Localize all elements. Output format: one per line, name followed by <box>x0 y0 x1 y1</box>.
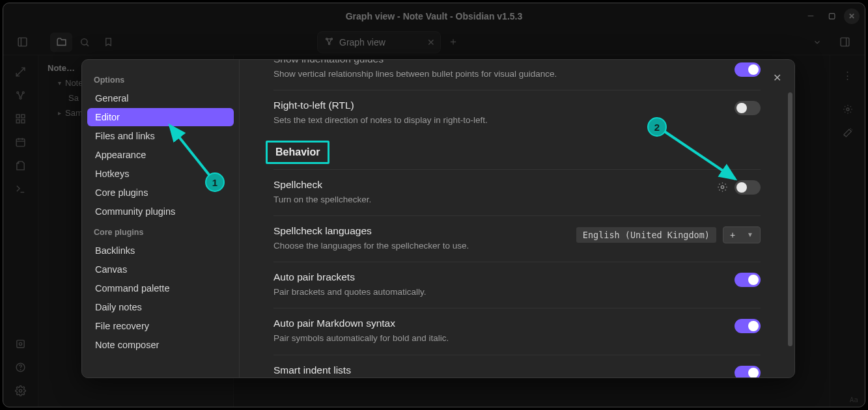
toggle-rtl[interactable] <box>735 101 761 115</box>
add-language-dropdown[interactable]: + ▼ <box>723 226 761 243</box>
nav-daily-notes[interactable]: Daily notes <box>87 298 234 316</box>
section-behavior: Behavior <box>266 141 329 164</box>
nav-community-plugins[interactable]: Community plugins <box>87 202 234 221</box>
toggle-auto-pair-markdown[interactable] <box>735 319 761 333</box>
nav-files-links[interactable]: Files and links <box>87 127 234 145</box>
nav-backlinks[interactable]: Backlinks <box>87 241 234 260</box>
settings-sidebar: Options General Editor Files and links A… <box>82 60 240 377</box>
toggle-auto-pair-brackets[interactable] <box>735 273 761 287</box>
nav-canvas[interactable]: Canvas <box>87 260 234 279</box>
nav-appearance[interactable]: Appearance <box>87 146 234 164</box>
chevron-down-icon: ▼ <box>747 231 753 238</box>
nav-editor[interactable]: Editor <box>87 108 234 126</box>
setting-auto-pair-markdown: Auto pair Markdown syntax Pair symbols a… <box>273 308 761 354</box>
setting-indentation-guides: Show indentation guides Show vertical re… <box>273 61 761 90</box>
setting-spellcheck: Spellcheck Turn on the spellchecker. <box>273 169 761 215</box>
app-window: Graph view - Note Vault - Obsidian v1.5.… <box>3 3 865 407</box>
language-tag[interactable]: English (United Kingdom) <box>576 227 716 243</box>
scrollbar-thumb[interactable] <box>788 92 792 346</box>
toggle-indentation-guides[interactable] <box>735 62 761 77</box>
toggle-smart-indent[interactable] <box>735 366 761 378</box>
toggle-spellcheck[interactable] <box>735 180 761 195</box>
setting-spellcheck-languages: Spellcheck languages Choose the language… <box>273 215 761 262</box>
section-label-core: Core plugins <box>82 221 239 241</box>
setting-rtl: Right-to-left (RTL) Sets the text direct… <box>273 90 761 136</box>
settings-content: ✕ Show indentation guides Show vertical … <box>240 60 794 377</box>
nav-general[interactable]: General <box>87 89 234 107</box>
setting-smart-indent: Smart indent lists Automatically set ind… <box>273 355 761 378</box>
svg-point-32 <box>721 185 723 188</box>
nav-file-recovery[interactable]: File recovery <box>87 317 234 335</box>
section-label-options: Options <box>82 69 239 89</box>
nav-core-plugins[interactable]: Core plugins <box>87 184 234 202</box>
settings-scroll[interactable]: Show indentation guides Show vertical re… <box>240 60 794 377</box>
setting-auto-pair-brackets: Auto pair brackets Pair brackets and quo… <box>273 262 761 308</box>
nav-hotkeys[interactable]: Hotkeys <box>87 165 234 183</box>
nav-command-palette[interactable]: Command palette <box>87 279 234 297</box>
nav-note-composer[interactable]: Note composer <box>87 336 234 354</box>
settings-modal: Options General Editor Files and links A… <box>81 59 795 378</box>
spellcheck-settings-icon[interactable] <box>717 182 728 193</box>
